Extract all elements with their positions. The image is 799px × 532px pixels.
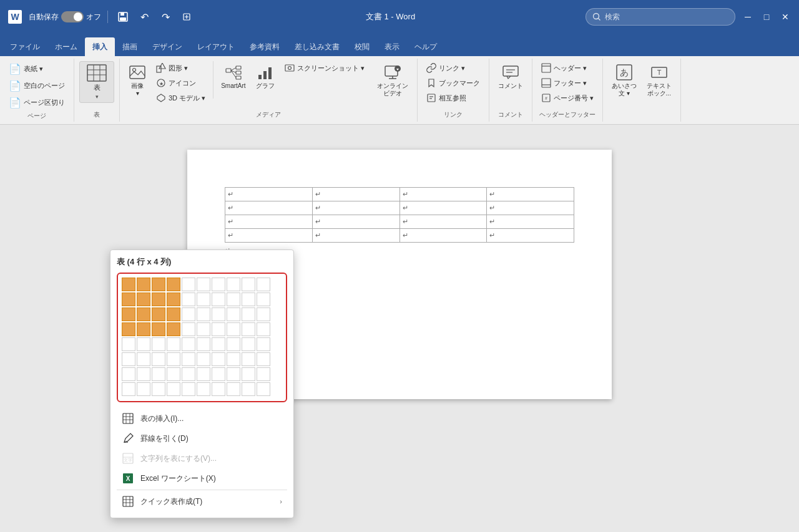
grid-cell[interactable] — [227, 278, 240, 291]
grid-cell[interactable] — [197, 352, 210, 366]
grid-cell[interactable] — [122, 382, 135, 396]
textbox-button[interactable]: T テキストボック... — [643, 61, 675, 100]
blank-page-button[interactable]: 📄 空白のページ — [5, 78, 69, 94]
tab-help[interactable]: ヘルプ — [407, 37, 444, 56]
grid-cell[interactable] — [212, 278, 225, 291]
grid-cell[interactable] — [137, 322, 150, 336]
grid-cell[interactable] — [227, 382, 240, 396]
icons-button[interactable]: ★ アイコン — [152, 76, 209, 90]
grid-cell[interactable] — [242, 337, 255, 351]
tab-home[interactable]: ホーム — [47, 37, 85, 56]
grid-cell[interactable] — [122, 322, 135, 336]
table-cell[interactable]: ↵ — [312, 188, 400, 201]
grid-cell[interactable] — [257, 278, 270, 291]
grid-cell[interactable] — [167, 278, 180, 291]
grid-cell[interactable] — [122, 337, 135, 351]
quick-table-item[interactable]: クイック表作成(T) › — [117, 491, 287, 511]
grid-cell[interactable] — [122, 307, 135, 321]
grid-cell[interactable] — [152, 307, 165, 321]
grid-cell[interactable] — [182, 367, 195, 381]
table-cell[interactable]: ↵ — [487, 188, 574, 201]
tab-review[interactable]: 校閲 — [347, 37, 377, 56]
table-cell[interactable]: ↵ — [400, 188, 487, 201]
grid-cell[interactable] — [212, 322, 225, 336]
table-grid-container[interactable] — [117, 273, 287, 402]
grid-cell[interactable] — [152, 293, 165, 306]
grid-cell[interactable] — [137, 382, 150, 396]
grid-cell[interactable] — [257, 337, 270, 351]
undo-button[interactable]: ↶ — [135, 8, 153, 26]
shapes-button[interactable]: 図形 ▾ — [152, 61, 209, 75]
restore-button[interactable]: □ — [758, 8, 775, 26]
table-grid[interactable] — [122, 278, 282, 396]
grid-cell[interactable] — [212, 337, 225, 351]
table-cell[interactable]: ↵ — [225, 215, 313, 229]
grid-cell[interactable] — [212, 382, 225, 396]
insert-table-item[interactable]: 表の挿入(I)... — [117, 409, 287, 428]
grid-cell[interactable] — [227, 322, 240, 336]
greet-text-button[interactable]: あ あいさつ文 ▾ — [608, 61, 640, 100]
grid-cell[interactable] — [182, 382, 195, 396]
bookmark-button[interactable]: ブックマーク — [423, 76, 484, 90]
table-cell[interactable]: ↵ — [312, 201, 400, 215]
table-cell[interactable]: ↵ — [225, 188, 313, 201]
grid-cell[interactable] — [242, 382, 255, 396]
grid-cell[interactable] — [197, 337, 210, 351]
grid-cell[interactable] — [182, 307, 195, 321]
link-button[interactable]: リンク ▾ — [423, 61, 484, 75]
grid-cell[interactable] — [242, 367, 255, 381]
grid-cell[interactable] — [167, 307, 180, 321]
comment-button[interactable]: コメント — [494, 61, 527, 92]
grid-cell[interactable] — [152, 278, 165, 291]
grid-cell[interactable] — [242, 307, 255, 321]
table-cell[interactable]: ↵ — [487, 215, 574, 229]
tab-file[interactable]: ファイル — [2, 37, 47, 56]
grid-cell[interactable] — [137, 278, 150, 291]
grid-cell[interactable] — [227, 367, 240, 381]
grid-cell[interactable] — [227, 352, 240, 366]
grid-cell[interactable] — [137, 307, 150, 321]
search-box[interactable]: 検索 — [586, 8, 735, 26]
grid-cell[interactable] — [227, 337, 240, 351]
grid-cell[interactable] — [197, 278, 210, 291]
table-cell[interactable]: ↵ — [487, 201, 574, 215]
tab-insert[interactable]: 挿入 — [85, 37, 115, 56]
tab-mailings[interactable]: 差し込み文書 — [287, 37, 347, 56]
grid-cell[interactable] — [242, 322, 255, 336]
grid-cell[interactable] — [167, 367, 180, 381]
grid-cell[interactable] — [152, 337, 165, 351]
grid-cell[interactable] — [182, 278, 195, 291]
grid-cell[interactable] — [137, 367, 150, 381]
grid-cell[interactable] — [137, 352, 150, 366]
grid-cell[interactable] — [257, 307, 270, 321]
table-button[interactable]: 表 ▾ — [79, 61, 114, 103]
grid-cell[interactable] — [182, 322, 195, 336]
quickaccess-button[interactable] — [178, 8, 195, 26]
grid-cell[interactable] — [182, 293, 195, 306]
header-button[interactable]: ヘッダー ▾ — [537, 61, 597, 75]
grid-cell[interactable] — [257, 382, 270, 396]
tab-design[interactable]: デザイン — [145, 37, 190, 56]
table-cell[interactable]: ↵ — [400, 215, 487, 229]
table-cell[interactable]: ↵ — [400, 229, 487, 243]
grid-cell[interactable] — [152, 322, 165, 336]
close-button[interactable]: ✕ — [777, 8, 794, 26]
grid-cell[interactable] — [152, 382, 165, 396]
tab-draw[interactable]: 描画 — [115, 37, 145, 56]
online-video-button[interactable]: オンラインビデオ — [373, 61, 412, 100]
grid-cell[interactable] — [257, 352, 270, 366]
grid-cell[interactable] — [197, 382, 210, 396]
table-cell[interactable]: ↵ — [487, 229, 574, 243]
grid-cell[interactable] — [122, 293, 135, 306]
tab-references[interactable]: 参考資料 — [242, 37, 287, 56]
table-cell[interactable]: ↵ — [225, 201, 313, 215]
grid-cell[interactable] — [212, 367, 225, 381]
redo-button[interactable]: ↷ — [157, 8, 174, 26]
autosave-toggle[interactable] — [61, 11, 84, 22]
grid-cell[interactable] — [257, 293, 270, 306]
grid-cell[interactable] — [137, 337, 150, 351]
grid-cell[interactable] — [212, 293, 225, 306]
grid-cell[interactable] — [242, 278, 255, 291]
grid-cell[interactable] — [212, 307, 225, 321]
screenshot-button[interactable]: スクリーンショット ▾ — [281, 61, 368, 75]
